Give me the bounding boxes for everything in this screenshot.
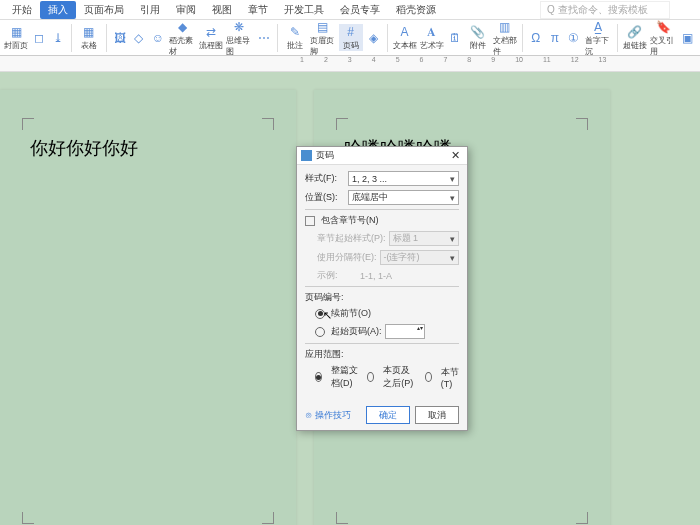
more-button[interactable]: ⋯: [256, 30, 272, 46]
shapes-button[interactable]: ◇: [131, 30, 147, 46]
command-search[interactable]: Q 查找命令、搜索模板: [540, 1, 670, 19]
dialog-title-text: 页码: [316, 149, 334, 162]
attachment-button[interactable]: 📎附件: [466, 24, 490, 51]
date-button[interactable]: 🗓: [447, 30, 463, 46]
shapes-icon: ◇: [131, 30, 147, 46]
cover-icon: ▦: [8, 24, 24, 40]
apply-whole-radio[interactable]: [315, 372, 322, 382]
docparts-button[interactable]: ▥文档部件: [493, 19, 517, 57]
chapter-checkbox[interactable]: [305, 216, 315, 226]
tab-docer[interactable]: 稻壳资源: [388, 1, 444, 19]
page-number-dialog: 页码 ✕ 样式(F): 1, 2, 3 ... 位置(S): 底端居中 包含章节…: [296, 146, 468, 431]
dropcap-icon: A̲: [590, 19, 606, 35]
picture-icon: 🖼: [112, 30, 128, 46]
dialog-icon: [301, 150, 312, 161]
flowchart-icon: ⇄: [203, 24, 219, 40]
wordart-button[interactable]: 𝐀艺术字: [420, 24, 444, 51]
apply-section-label: 应用范围:: [305, 348, 459, 361]
table-icon: ▦: [81, 24, 97, 40]
continue-radio[interactable]: [315, 309, 325, 319]
tab-start[interactable]: 开始: [4, 1, 40, 19]
example-value: 1-1, 1-A: [360, 271, 392, 281]
textbox-icon: A: [397, 24, 413, 40]
table-button[interactable]: ▦表格: [77, 24, 101, 51]
equation-button[interactable]: π: [547, 30, 563, 46]
cover-page-button[interactable]: ▦封面页: [4, 24, 28, 51]
pagenum-icon: #: [343, 24, 359, 40]
tab-view[interactable]: 视图: [204, 1, 240, 19]
comment-button[interactable]: ✎批注: [283, 24, 307, 51]
blank-page-button[interactable]: ◻: [31, 30, 47, 46]
watermark-icon: ◈: [366, 30, 382, 46]
bookmark-icon: 🔖: [655, 19, 671, 35]
tab-section[interactable]: 章节: [240, 1, 276, 19]
position-select[interactable]: 底端居中: [348, 190, 459, 205]
hf-icon: ▤: [315, 19, 331, 35]
page-break-button[interactable]: ⤓: [50, 30, 66, 46]
icons-button[interactable]: ☺: [150, 30, 166, 46]
blank-icon: ◻: [31, 30, 47, 46]
startat-radio[interactable]: [315, 327, 325, 337]
chapter-label: 包含章节号(N): [321, 214, 379, 227]
header-footer-button[interactable]: ▤页眉页脚: [310, 19, 336, 57]
help-link[interactable]: ⊙ 操作技巧: [305, 409, 351, 422]
cancel-button[interactable]: 取消: [415, 406, 459, 424]
parts-icon: ▥: [497, 19, 513, 35]
page-1-text[interactable]: 你好你好你好: [30, 136, 138, 160]
continue-label: 续前节(O): [331, 307, 371, 320]
tab-review[interactable]: 审阅: [168, 1, 204, 19]
startat-label: 起始页码(A):: [331, 325, 382, 338]
apply-section-text: 本节(T): [441, 366, 459, 389]
docer-button[interactable]: ◆稻壳素材: [169, 19, 196, 57]
close-button[interactable]: ✕: [448, 149, 463, 162]
num-icon: ①: [566, 30, 582, 46]
symbol-icon: Ω: [528, 30, 544, 46]
apply-from-label: 本页及之后(P): [383, 364, 418, 390]
wordart-icon: 𝐀: [424, 24, 440, 40]
watermark-button[interactable]: ◈: [366, 30, 382, 46]
numbering-section-label: 页码编号:: [305, 291, 459, 304]
separator-label: 使用分隔符(E):: [317, 251, 377, 264]
tab-insert[interactable]: 插入: [40, 1, 76, 19]
symbol-button[interactable]: Ω: [528, 30, 544, 46]
separator-select: -(连字符): [380, 250, 460, 265]
page-1[interactable]: 你好你好你好 - 1 -: [0, 90, 296, 525]
eq-icon: π: [547, 30, 563, 46]
date-icon: 🗓: [447, 30, 463, 46]
dropcap-button[interactable]: A̲首字下沉: [585, 19, 612, 57]
format-label: 样式(F):: [305, 172, 345, 185]
more-icon: ⋯: [256, 30, 272, 46]
docer-icon: ◆: [174, 19, 190, 35]
picture-button[interactable]: 🖼: [112, 30, 128, 46]
tab-layout[interactable]: 页面布局: [76, 1, 132, 19]
apply-whole-label: 整篇文档(D): [331, 364, 361, 390]
ok-button[interactable]: 确定: [366, 406, 410, 424]
object-icon: ▣: [680, 30, 696, 46]
attach-icon: 📎: [470, 24, 486, 40]
format-select[interactable]: 1, 2, 3 ...: [348, 171, 459, 186]
chapter-style-select: 标题 1: [389, 231, 460, 246]
flowchart-button[interactable]: ⇄流程图: [199, 24, 223, 51]
chapter-style-label: 章节起始样式(P):: [317, 232, 386, 245]
tab-bar: 开始 插入 页面布局 引用 审阅 视图 章节 开发工具 会员专享 稻壳资源 Q …: [0, 0, 700, 20]
tab-ref[interactable]: 引用: [132, 1, 168, 19]
ribbon: ▦封面页 ◻ ⤓ ▦表格 🖼 ◇ ☺ ◆稻壳素材 ⇄流程图 ❋思维导图 ⋯ ✎批…: [0, 20, 700, 56]
crossref-button[interactable]: 🔖交叉引用: [650, 19, 677, 57]
textbox-button[interactable]: A文本框: [393, 24, 417, 51]
startat-spinner[interactable]: [385, 324, 425, 339]
mindmap-button[interactable]: ❋思维导图: [226, 19, 253, 57]
mindmap-icon: ❋: [231, 19, 247, 35]
dialog-titlebar[interactable]: 页码 ✕: [297, 147, 467, 165]
apply-section-radio[interactable]: [425, 372, 432, 382]
page-number-button[interactable]: #页码: [339, 24, 363, 51]
comment-icon: ✎: [287, 24, 303, 40]
hyperlink-button[interactable]: 🔗超链接: [623, 24, 647, 51]
icons-icon: ☺: [150, 30, 166, 46]
tab-member[interactable]: 会员专享: [332, 1, 388, 19]
break-icon: ⤓: [50, 30, 66, 46]
tab-dev[interactable]: 开发工具: [276, 1, 332, 19]
apply-from-radio[interactable]: [367, 372, 374, 382]
ruler: 12345678910111213: [0, 56, 700, 72]
object-button[interactable]: ▣: [680, 30, 696, 46]
numbering-button[interactable]: ①: [566, 30, 582, 46]
